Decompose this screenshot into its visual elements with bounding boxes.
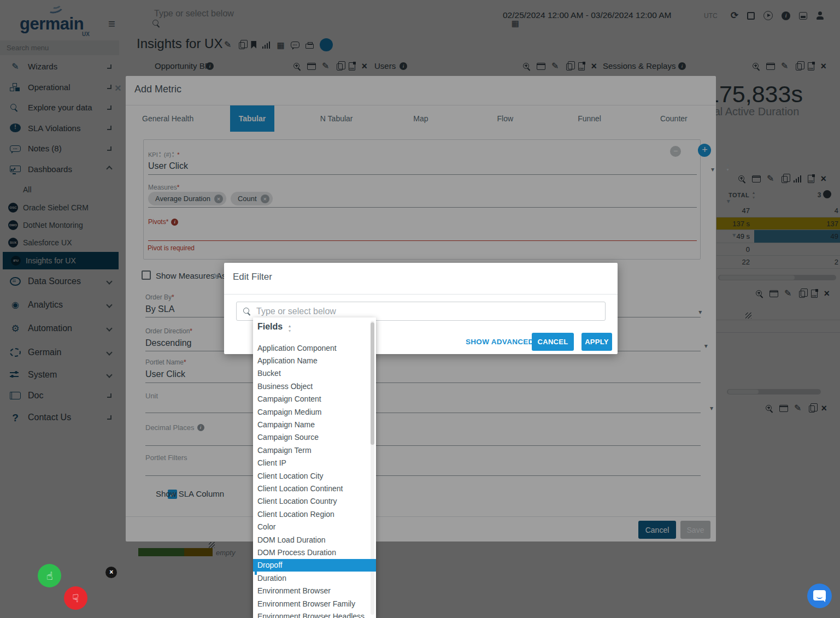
dropdown-option[interactable]: Color <box>253 520 371 533</box>
feedback-thumbs-down-button[interactable]: ☟ <box>64 586 87 610</box>
fields-dropdown: Fields Application Component Application… <box>253 317 376 618</box>
dropdown-option[interactable]: Campaign Term <box>253 444 371 456</box>
show-advanced-link[interactable]: SHOW ADVANCED <box>466 338 534 346</box>
dropdown-option[interactable]: Campaign Medium <box>253 405 371 418</box>
dropdown-option[interactable]: Business Object <box>253 380 371 392</box>
dropdown-option[interactable]: Client Location Region <box>253 508 371 520</box>
modal-title: Edit Filter <box>233 272 272 282</box>
dropdown-option[interactable]: Duration <box>253 572 371 584</box>
sort-icon[interactable] <box>289 325 293 333</box>
scrollbar-thumb[interactable] <box>371 322 374 445</box>
dropdown-option[interactable]: Client Location Continent <box>253 482 371 495</box>
dropdown-option[interactable]: Campaign Name <box>253 418 371 431</box>
chat-fab-button[interactable] <box>807 584 832 608</box>
dropdown-option[interactable]: Application Component <box>253 342 371 354</box>
dropdown-option[interactable]: Dropoff <box>253 559 376 572</box>
app-root: germain UX ✎ Wizards Operational <box>0 0 840 618</box>
divider <box>224 294 618 295</box>
dropdown-option[interactable]: Campaign Content <box>253 393 371 405</box>
chat-bubble-icon <box>813 590 826 601</box>
dropdown-option[interactable]: DOM Process Duration <box>253 546 371 558</box>
filter-search-input[interactable] <box>256 304 595 318</box>
close-icon[interactable]: × <box>213 270 220 281</box>
dropdown-option[interactable]: Environment Browser Family <box>253 597 371 610</box>
dropdown-option[interactable]: Environment Browser Headless <box>253 610 371 618</box>
dropdown-option[interactable]: Environment Browser <box>253 584 371 597</box>
dropdown-option[interactable]: Client IP <box>253 457 371 469</box>
scroll-indicator <box>255 562 257 575</box>
search-icon <box>243 307 251 315</box>
dropdown-option[interactable]: Application Name <box>253 354 371 367</box>
dropdown-option[interactable]: DOM Load Duration <box>253 533 371 546</box>
apply-button[interactable]: APPLY <box>581 333 612 351</box>
dropdown-option[interactable]: Client Location Country <box>253 495 371 508</box>
dropdown-list: Application Component Application Name B… <box>253 342 371 618</box>
dropdown-option[interactable]: Bucket <box>253 367 371 380</box>
cancel-button[interactable]: CANCEL <box>532 333 574 351</box>
dropdown-option[interactable]: Campaign Source <box>253 431 371 444</box>
dropdown-header[interactable]: Fields <box>257 322 283 332</box>
dropdown-option[interactable]: Client Location City <box>253 469 371 482</box>
